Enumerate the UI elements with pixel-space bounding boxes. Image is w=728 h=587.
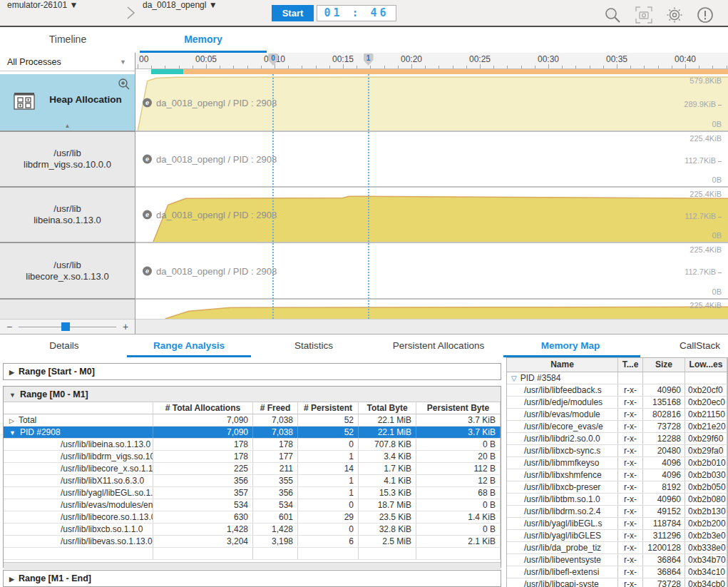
cell-value: 0 B xyxy=(416,439,501,450)
chart-row-libeina[interactable]: e da_0018_opengl / PID : 2908 225.4KiB 1… xyxy=(135,188,728,242)
expand-icon[interactable]: ▷ xyxy=(9,417,14,424)
column-header[interactable]: T...e xyxy=(618,358,643,372)
table-row[interactable]: /usr/lib/libxcb.so.1.1.01,4281,428032.8 … xyxy=(4,524,501,536)
collapse-row-icon[interactable]: ▲ xyxy=(0,123,135,130)
table-row[interactable]: /usr/lib/ecore_evas/er-x-737280xb21e20 xyxy=(507,421,727,433)
partial-area-chart xyxy=(135,300,728,319)
tab-callstack[interactable]: CallStack xyxy=(672,336,728,357)
sidebar-row-partial[interactable] xyxy=(0,300,135,319)
horizontal-scrollbar[interactable] xyxy=(4,562,501,569)
table-row[interactable]: /usr/lib/evas/modules/engines/g534534018… xyxy=(4,499,501,511)
table-row[interactable]: /usr/lib/da_probe_tizr-x-12001280xb338e0 xyxy=(507,542,727,554)
chart-row-libdrm-vigs[interactable]: e da_0018_opengl / PID : 2908 225.4KiB 1… xyxy=(135,132,728,186)
table-row[interactable]: /usr/lib/libxcb-sync.sr-x-204800xb29fa0 xyxy=(507,445,727,457)
table-row[interactable]: /usr/lib/yagl/libEGL.so.1.0357356115.3 K… xyxy=(4,487,501,499)
table-row[interactable]: ▷Total7,0907,0385222.1 MiB3.7 KiB xyxy=(4,414,501,427)
expand-icon[interactable]: ▶ xyxy=(9,369,14,376)
range-m1-end-section[interactable]: ▶Range [M1 - End] xyxy=(3,570,501,587)
cell-value: 1 xyxy=(298,451,359,462)
view-tabs: Timeline Memory xyxy=(0,27,728,53)
tab-persistent-allocations[interactable]: Persistent Allocations xyxy=(381,336,496,357)
table-row[interactable]: /usr/lib/libdrm_vigs.so.10.0.017817713.4… xyxy=(4,451,501,463)
tab-details[interactable]: Details xyxy=(29,336,100,357)
chart-row-libecore-x[interactable]: e da_0018_opengl / PID : 2908 225.4KiB 1… xyxy=(135,243,728,298)
column-header[interactable]: Persistent Byte xyxy=(416,402,501,414)
table-row[interactable]: /usr/lib/evas/moduler-x-8028160xb21150 xyxy=(507,409,727,421)
collapse-icon[interactable]: ▼ xyxy=(9,392,16,399)
column-header[interactable] xyxy=(4,402,153,414)
table-row[interactable]: /usr/lib/libxshmfencer-x-40960xb2b030 xyxy=(507,469,727,481)
column-header[interactable]: Low...es xyxy=(685,358,727,372)
chart-row-heap[interactable]: e da_0018_opengl / PID : 2908 579.8KiB 2… xyxy=(135,74,728,131)
column-header[interactable]: Total Byte xyxy=(359,402,416,414)
collapse-icon[interactable]: ▽ xyxy=(511,374,517,382)
tab-statistics[interactable]: Statistics xyxy=(278,336,349,357)
sidebar-row-libeina[interactable]: /usr/lib libeina.so.1.13.0 xyxy=(0,188,135,242)
time-ruler[interactable]: 0000:0500:1000:1500:2000:2500:3000:3500:… xyxy=(135,53,728,69)
column-header[interactable]: # Persistent xyxy=(298,402,359,414)
cell-value: 2.5 MiB xyxy=(359,536,416,547)
table-row[interactable]: /usr/lib/libmmfkeysor-x-40960xb2b010 xyxy=(507,457,727,469)
cell-address xyxy=(685,372,727,384)
row-name: /usr/lib/libeina.so.1.13.0 xyxy=(61,439,150,449)
scale-zero: 0B xyxy=(712,287,722,296)
zoom-in-button[interactable]: + xyxy=(116,321,135,332)
table-row[interactable]: /usr/lib/libtbm.so.1.0r-x-409600xb2b080 xyxy=(507,494,727,506)
table-row[interactable]: /usr/lib/yagl/libGLESr-x-3112960xb2b3e0 xyxy=(507,530,727,542)
table-row[interactable]: /usr/lib/libcapi-syster-x-737280xb34cb0 xyxy=(507,578,727,587)
start-button[interactable]: Start xyxy=(272,5,314,21)
column-header[interactable]: Name xyxy=(507,358,618,372)
table-row[interactable]: /usr/lib/libX11.so.6.3.035635514.1 KiB12… xyxy=(4,475,501,487)
cell-address: 0xb34b70 xyxy=(685,554,727,566)
app-select[interactable]: da_0018_opengl ▼ xyxy=(143,0,264,10)
search-icon[interactable] xyxy=(603,6,622,24)
device-select[interactable]: emulator-26101 ▼ xyxy=(7,0,121,10)
column-header[interactable]: # Total Allocations xyxy=(153,402,253,414)
screenshot-icon[interactable] xyxy=(635,6,653,24)
settings-gear-icon[interactable] xyxy=(665,6,684,24)
zoom-in-icon[interactable] xyxy=(118,78,130,91)
sidebar-row-heap-allocation[interactable]: Heap Allocation ▲ xyxy=(0,74,135,131)
cell-size: 135168 xyxy=(643,397,685,408)
tab-range-analysis[interactable]: Range Analysis xyxy=(127,336,251,357)
table-row[interactable]: /usr/lib/libeina.so.1.13.01781780707.8 K… xyxy=(4,439,501,451)
table-row[interactable]: /usr/lib/libefl-extensir-x-368640xb34c10 xyxy=(507,566,727,578)
table-row[interactable]: ▽PID #3584 xyxy=(507,372,727,384)
collapse-icon[interactable]: ▼ xyxy=(9,429,16,437)
zoom-out-button[interactable]: − xyxy=(0,321,19,332)
expand-icon[interactable]: ▶ xyxy=(9,576,14,583)
table-row[interactable]: ▼PID #29087,0907,0385222.1 MiB3.7 KiB xyxy=(4,427,501,439)
table-row[interactable]: /usr/lib/edje/modulesr-x-1351680xb20ec0 xyxy=(507,397,727,409)
cell-address: 0xb2b010 xyxy=(685,457,727,469)
table-row[interactable] xyxy=(4,548,501,560)
column-header[interactable]: Size xyxy=(643,358,685,372)
lib-path: /usr/lib xyxy=(53,148,81,159)
chart-row-partial[interactable]: 225.4KiB xyxy=(135,300,728,319)
table-row[interactable]: /usr/lib/libecore_x.so.1.13.0225211141.7… xyxy=(4,463,501,475)
row-name: /usr/lib/da_probe_tiz xyxy=(524,543,601,553)
table-row[interactable]: /usr/lib/yagl/libEGL.sr-x-1187840xb2b200 xyxy=(507,518,727,530)
process-filter-select[interactable]: All Processes ▼ xyxy=(0,53,135,71)
tab-timeline[interactable]: Timeline xyxy=(0,27,135,53)
timeline-marker-1[interactable]: 1 xyxy=(364,53,374,66)
table-row[interactable]: /usr/lib/libfeedback.sr-x-409600xb20cf0 xyxy=(507,384,727,397)
table-row[interactable]: /usr/lib/libdri2.so.0.0r-x-122880xb29f60 xyxy=(507,433,727,445)
range-start-m0-section[interactable]: ▶Range [Start - M0] xyxy=(3,363,501,380)
cell-size: 802816 xyxy=(643,409,685,420)
cell-type: r-x- xyxy=(618,494,643,505)
tab-memory-map[interactable]: Memory Map xyxy=(503,336,637,357)
range-m0-m1-section[interactable]: ▼Range [M0 - M1] # Total Allocations# Fr… xyxy=(3,386,501,568)
slider-handle[interactable] xyxy=(61,322,70,331)
table-row[interactable]: /usr/lib/libeventsyster-x-368640xb34b70 xyxy=(507,554,727,566)
ruler-tick xyxy=(466,66,467,68)
table-row[interactable]: /usr/lib/libevas.so.1.13.03,2043,19862.5… xyxy=(4,536,501,548)
table-row[interactable]: /usr/lib/libdrm.so.2.4r-x-491520xb2b130 xyxy=(507,506,727,518)
alert-info-icon[interactable] xyxy=(696,6,714,24)
slider-track[interactable] xyxy=(19,327,116,327)
sidebar-row-libdrm-vigs[interactable]: /usr/lib libdrm_vigs.so.10.0.0 xyxy=(0,132,135,186)
table-row[interactable]: /usr/lib/libxcb-preserr-x-81920xb2b050 xyxy=(507,481,727,494)
tab-memory[interactable]: Memory xyxy=(135,27,271,53)
sidebar-row-libecore-x[interactable]: /usr/lib libecore_x.so.1.13.0 xyxy=(0,243,135,298)
column-header[interactable]: # Freed xyxy=(253,402,298,414)
table-row[interactable]: /usr/lib/libecore.so.1.13.06306012923.5 … xyxy=(4,511,501,524)
